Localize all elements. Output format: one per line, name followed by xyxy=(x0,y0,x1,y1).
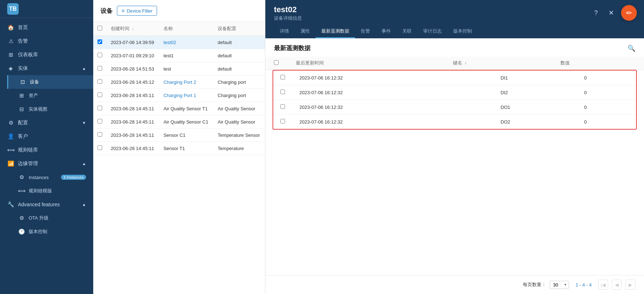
sidebar-item-customer[interactable]: 👤 客户 xyxy=(0,130,93,143)
sidebar-item-alerts-label: 告警 xyxy=(18,38,28,44)
tele-row-checkbox[interactable] xyxy=(280,119,285,124)
row-name[interactable]: Charging Port 1 xyxy=(159,89,213,102)
detail-subtitle: 设备详细信息 xyxy=(274,15,635,21)
sidebar-item-entity-view[interactable]: ⊟ 实体视图 xyxy=(7,102,93,116)
sidebar-item-home-label: 首页 xyxy=(18,24,28,31)
device-filter-button[interactable]: ≡ Device Filter xyxy=(117,6,157,16)
pagination-prev-button[interactable]: ◀ xyxy=(612,280,622,290)
telemetry-row[interactable]: 2023-07-06 16:12:32 DO1 0 xyxy=(273,100,636,115)
tele-select-all-checkbox[interactable] xyxy=(274,60,279,65)
sidebar-item-entity-label: 实体 xyxy=(18,65,28,72)
tele-row-checkbox[interactable] xyxy=(280,75,285,79)
table-row[interactable]: 2023-07-06 14:39:59 test02 default xyxy=(93,36,265,49)
telemetry-header-table: 最后更新时间 键名 ↑ 数值 xyxy=(265,57,644,70)
row-checkbox[interactable] xyxy=(98,66,102,71)
per-page-select[interactable]: 30 50 100 xyxy=(550,281,569,289)
col-device-config: 设备配置 xyxy=(213,22,265,36)
sidebar-item-devices[interactable]: ⊡ 设备 xyxy=(7,75,93,89)
sidebar-item-advanced-label: Advanced features xyxy=(18,202,60,207)
pagination-first-button[interactable]: |◀ xyxy=(598,280,608,290)
table-row[interactable]: 2023-06-28 14:51:53 test default xyxy=(93,62,265,76)
edit-fab-button[interactable]: ✏ xyxy=(621,5,637,21)
sidebar-item-config[interactable]: ⚙ 配置 ▼ xyxy=(0,116,93,130)
detail-header: ? ✕ ✏ test02 设备详细信息 详情属性最新遥测数据告警事件关联审计日志… xyxy=(265,0,644,38)
tele-row-checkbox[interactable] xyxy=(280,90,285,94)
sidebar-item-version-ctrl-label: 版本控制 xyxy=(29,228,47,235)
pagination-bar: 每页数量： 30 50 100 1 - 4 - 4 |◀ ◀ ▶ xyxy=(265,275,644,294)
sidebar-item-home[interactable]: 🏠 首页 xyxy=(0,21,93,34)
sidebar-item-dashboard[interactable]: ⊞ 仪表板库 xyxy=(0,48,93,62)
row-checkbox[interactable] xyxy=(98,145,102,150)
table-row[interactable]: 2023-06-28 14:45:11 Sensor C1 Temperatur… xyxy=(93,129,265,142)
tab-ota_updates[interactable]: 版本控制 xyxy=(448,25,478,38)
table-row[interactable]: 2023-06-28 14:45:11 Air Quality Sensor T… xyxy=(93,102,265,115)
tab-relations[interactable]: 关联 xyxy=(397,25,417,38)
telemetry-row[interactable]: 2023-07-06 16:12:32 DI1 0 xyxy=(273,71,636,85)
table-row[interactable]: 2023-06-28 14:45:11 Charging Port 1 Char… xyxy=(93,89,265,102)
tab-telemetry[interactable]: 最新遥测数据 xyxy=(316,25,355,38)
row-name[interactable]: test02 xyxy=(159,36,213,49)
sidebar-item-entity[interactable]: ◈ 实体 ▲ xyxy=(0,62,93,75)
sidebar-item-advanced[interactable]: 🔧 Advanced features ▲ xyxy=(0,198,93,211)
row-checkbox[interactable] xyxy=(98,92,102,97)
row-checkbox[interactable] xyxy=(98,106,102,110)
instances-icon: ⚙ xyxy=(18,174,25,180)
row-checkbox[interactable] xyxy=(98,39,102,44)
detail-panel: ? ✕ ✏ test02 设备详细信息 详情属性最新遥测数据告警事件关联审计日志… xyxy=(265,0,644,294)
device-name-link[interactable]: Charging Port 1 xyxy=(164,93,196,98)
row-device-config: Charging port xyxy=(213,76,265,89)
table-row[interactable]: 2023-07-01 09:29:10 test1 default xyxy=(93,49,265,62)
sidebar-item-rule-chain-label: 规则链库 xyxy=(18,147,38,153)
row-checkbox[interactable] xyxy=(98,119,102,124)
table-row[interactable]: 2023-06-28 14:45:12 Charging Port 2 Char… xyxy=(93,76,265,89)
device-name-link[interactable]: Charging Port 2 xyxy=(164,79,196,85)
telemetry-section-header: 最新遥测数据 🔍 xyxy=(265,38,644,57)
row-checkbox[interactable] xyxy=(98,132,102,137)
instances-badge: 3 Instances xyxy=(61,175,86,180)
sidebar-item-ota-label: OTA 升级 xyxy=(29,215,48,221)
close-icon[interactable]: ✕ xyxy=(606,8,616,18)
sidebar-item-rule-chain-tmpl[interactable]: ⟺ 规则链模版 xyxy=(7,184,93,198)
tab-audit[interactable]: 审计日志 xyxy=(417,25,448,38)
row-checkbox[interactable] xyxy=(98,79,102,84)
device-panel-header: 设备 ≡ Device Filter xyxy=(93,0,265,22)
sidebar-logo: TB xyxy=(0,0,93,18)
tab-attributes[interactable]: 属性 xyxy=(295,25,316,38)
table-row[interactable]: 2023-06-28 14:45:11 Air Quality Sensor C… xyxy=(93,115,265,129)
help-icon[interactable]: ? xyxy=(591,8,601,18)
row-created-time: 2023-06-28 14:45:11 xyxy=(106,142,159,155)
row-device-config: Charging port xyxy=(213,89,265,102)
sidebar-item-instances[interactable]: ⚙ Instances 3 Instances xyxy=(7,170,93,184)
tele-col-checkbox xyxy=(265,57,287,70)
row-name: Air Quality Sensor C1 xyxy=(159,115,213,129)
row-checkbox-cell xyxy=(93,49,106,62)
sidebar-item-assets[interactable]: ⊞ 资产 xyxy=(7,89,93,102)
row-created-time: 2023-07-06 14:39:59 xyxy=(106,36,159,49)
row-created-time: 2023-06-28 14:45:12 xyxy=(106,76,159,89)
sidebar-item-rule-chain[interactable]: ⟺ 规则链库 xyxy=(0,143,93,157)
row-checkbox[interactable] xyxy=(98,53,102,57)
telemetry-row[interactable]: 2023-07-06 16:12:32 DI2 0 xyxy=(273,85,636,100)
tele-row-checkbox[interactable] xyxy=(280,104,285,109)
pagination-next-button[interactable]: ▶ xyxy=(625,280,635,290)
telemetry-search-icon[interactable]: 🔍 xyxy=(628,44,635,52)
tab-alarms[interactable]: 告警 xyxy=(355,25,376,38)
sidebar-item-ota[interactable]: ⚙ OTA 升级 xyxy=(7,211,93,225)
telemetry-row[interactable]: 2023-07-06 16:12:32 DO2 0 xyxy=(273,115,636,129)
sidebar-item-entity-view-label: 实体视图 xyxy=(29,106,47,112)
customer-icon: 👤 xyxy=(7,133,14,140)
telemetry-section-title: 最新遥测数据 xyxy=(274,44,311,52)
alert-icon: ⚠ xyxy=(7,38,14,44)
sidebar-item-version-ctrl[interactable]: 🕐 版本控制 xyxy=(7,225,93,238)
row-name[interactable]: Charging Port 2 xyxy=(159,76,213,89)
detail-tabs: 详情属性最新遥测数据告警事件关联审计日志版本控制 xyxy=(274,25,635,38)
tab-details[interactable]: 详情 xyxy=(274,25,295,38)
select-all-checkbox[interactable] xyxy=(98,26,102,30)
entity-expand-arrow: ▲ xyxy=(82,66,86,71)
device-name-link[interactable]: test02 xyxy=(164,40,176,45)
sidebar-item-edge-mgmt[interactable]: 📶 边缘管理 ▲ xyxy=(0,157,93,170)
sidebar-item-alerts[interactable]: ⚠ 告警 xyxy=(0,34,93,48)
sort-arrow-created: ↓ xyxy=(132,26,134,31)
tab-events[interactable]: 事件 xyxy=(376,25,397,38)
table-row[interactable]: 2023-06-28 14:45:11 Sensor T1 Temperatur… xyxy=(93,142,265,155)
